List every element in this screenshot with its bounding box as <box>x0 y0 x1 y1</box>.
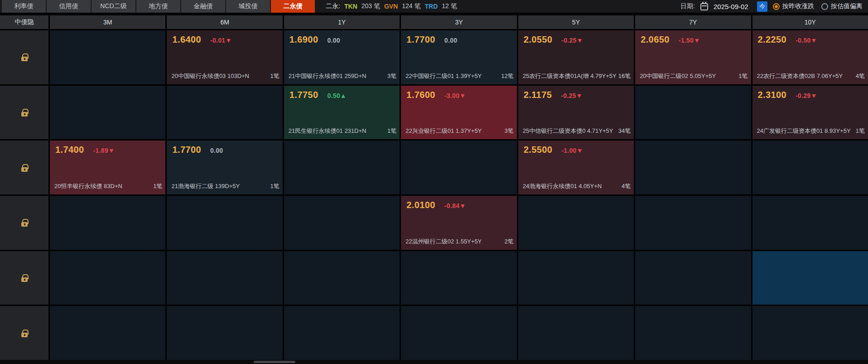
radio-option[interactable]: 按昨收涨跌 <box>773 2 814 10</box>
lock-icon[interactable] <box>21 333 28 337</box>
quote-cell[interactable]: 2.0650-1.50▼20中国银行二级02 5.05Y+5Y1笔 <box>635 30 751 84</box>
price-line: 2.3100-0.29▼ <box>758 90 864 100</box>
quote-cell[interactable] <box>752 251 868 305</box>
calendar-icon[interactable] <box>700 3 708 10</box>
quote-cell[interactable] <box>50 86 165 140</box>
quote-cell[interactable] <box>518 306 634 360</box>
market-tab[interactable]: 金融债 <box>181 0 225 13</box>
lock-icon[interactable] <box>21 222 28 227</box>
summary-items: TKN203 笔GVN124 笔TRD12 笔 <box>344 2 457 10</box>
quote-cell[interactable] <box>635 251 751 305</box>
market-tab[interactable]: NCD二级 <box>92 0 135 13</box>
trade-count: 3笔 <box>387 72 396 80</box>
quote-cell[interactable] <box>752 141 868 194</box>
summary-tag: TRD <box>425 3 438 10</box>
horizontal-scrollbar[interactable] <box>0 360 868 364</box>
column-header: 10Y <box>752 15 868 29</box>
quote-cell[interactable] <box>284 251 400 305</box>
summary-tag: TKN <box>344 3 357 10</box>
lock-icon[interactable] <box>21 112 28 116</box>
quote-cell[interactable] <box>635 196 751 250</box>
radio-option[interactable]: 按估值偏离 <box>821 2 863 10</box>
market-tab[interactable]: 利率债 <box>2 0 46 13</box>
quote-cell[interactable]: 1.69000.0021中国银行永续债01 259D+N3笔 <box>284 30 400 84</box>
date-input[interactable]: 2025-09-02 <box>714 3 752 10</box>
lock-icon[interactable] <box>21 167 28 172</box>
price-line: 2.5500-1.00▼ <box>524 145 630 155</box>
change-value: -0.01▼ <box>210 37 232 44</box>
trade-count: 1笔 <box>738 72 747 80</box>
today-button[interactable]: 今 <box>757 1 767 12</box>
quote-cell[interactable] <box>518 196 634 250</box>
horizontal-scrollbar-thumb[interactable] <box>254 361 295 363</box>
column-header: 1Y <box>284 15 400 29</box>
quote-cell[interactable]: 2.5500-1.00▼24渤海银行永续债01 4.05Y+N4笔 <box>518 141 634 194</box>
price-value: 1.6900 <box>289 34 318 45</box>
quote-cell[interactable]: 1.77500.50▲21民生银行永续债01 231D+N1笔 <box>284 86 400 140</box>
price-value: 2.0650 <box>641 34 670 45</box>
column-header: 3Y <box>401 15 516 29</box>
change-value: -0.29▼ <box>796 92 817 99</box>
bond-name: 25农行二级资本债01A(增 4.79Y+5Y <box>523 72 616 80</box>
bond-name: 20中国银行二级02 5.05Y+5Y <box>640 72 716 80</box>
quote-cell[interactable]: 1.77000.0022中国银行二级01 1.39Y+5Y12笔 <box>401 30 516 84</box>
price-line: 1.77000.00 <box>172 145 279 155</box>
market-tab[interactable]: 二永债 <box>271 0 315 13</box>
quote-cell[interactable] <box>50 196 165 250</box>
change-value: -3.00▼ <box>444 92 466 99</box>
price-value: 1.7700 <box>172 145 201 155</box>
price-value: 2.1175 <box>524 90 552 100</box>
price-value: 1.7400 <box>55 145 84 155</box>
quote-cell[interactable] <box>752 196 868 250</box>
quote-cell[interactable]: 2.0100-0.84▼22温州银行二级02 1.55Y+5Y2笔 <box>401 196 516 250</box>
bond-name: 22温州银行二级02 1.55Y+5Y <box>405 238 482 246</box>
lock-icon[interactable] <box>21 57 28 61</box>
name-line: 25中信银行二级资本债0 4.71Y+5Y34笔 <box>523 127 631 135</box>
quote-cell[interactable] <box>50 306 165 360</box>
quote-cell[interactable]: 2.0550-0.25▼25农行二级资本债01A(增 4.79Y+5Y16笔 <box>518 30 634 84</box>
bond-name: 21民生银行永续债01 231D+N <box>289 127 366 135</box>
quote-cell[interactable] <box>401 141 516 194</box>
quote-cell[interactable]: 1.77000.0021渤海银行二级 139D+5Y1笔 <box>167 141 282 194</box>
name-line: 20中国银行二级02 5.05Y+5Y1笔 <box>640 72 747 80</box>
quote-cell[interactable]: 1.7400-1.89▼20恒丰银行永续债 83D+N1笔 <box>50 141 165 194</box>
top-bar-right: 日期: 2025-09-02 今 按昨收涨跌按估值偏离 <box>680 0 868 13</box>
price-line: 2.0650-1.50▼ <box>641 34 747 45</box>
name-line: 21民生银行永续债01 231D+N1笔 <box>289 127 396 135</box>
quote-cell[interactable] <box>50 30 165 84</box>
column-header: 6M <box>167 15 282 29</box>
quote-cell[interactable] <box>518 251 634 305</box>
quote-cell[interactable] <box>284 306 400 360</box>
quote-cell[interactable] <box>635 86 751 140</box>
quote-cell[interactable] <box>167 251 282 305</box>
quote-cell[interactable] <box>635 141 751 194</box>
quote-cell[interactable] <box>284 196 400 250</box>
price-value: 2.5500 <box>524 145 553 155</box>
quote-cell[interactable]: 2.1175-0.25▼25中信银行二级资本债0 4.71Y+5Y34笔 <box>518 86 634 140</box>
price-value: 1.7700 <box>406 34 435 45</box>
lock-icon[interactable] <box>21 277 28 282</box>
quote-cell[interactable] <box>401 306 516 360</box>
quote-cell[interactable]: 2.2250-0.50▼22农行二级资本债02B 7.06Y+5Y4笔 <box>752 30 868 84</box>
quote-cell[interactable]: 1.7600-3.00▼22兴业银行二级01 1.37Y+5Y3笔 <box>401 86 516 140</box>
quote-cell[interactable] <box>50 251 165 305</box>
market-tab[interactable]: 信用债 <box>47 0 91 13</box>
column-header: 7Y <box>635 15 751 29</box>
market-tab[interactable]: 地方债 <box>136 0 180 13</box>
quote-cell[interactable] <box>635 306 751 360</box>
date-label: 日期: <box>680 2 695 10</box>
quote-cell[interactable] <box>401 251 516 305</box>
quote-cell[interactable] <box>167 196 282 250</box>
market-tab[interactable]: 城投债 <box>226 0 270 13</box>
quote-cell[interactable] <box>284 141 400 194</box>
summary-count: 12 笔 <box>442 2 457 10</box>
trade-count: 1笔 <box>153 182 162 190</box>
price-value: 2.0550 <box>524 34 553 45</box>
name-line: 21中国银行永续债01 259D+N3笔 <box>289 72 396 80</box>
quote-cell[interactable] <box>752 306 868 360</box>
radio-label: 按估值偏离 <box>831 2 863 10</box>
quote-cell[interactable]: 2.3100-0.29▼24广发银行二级资本债01 8.93Y+5Y1笔 <box>752 86 868 140</box>
quote-cell[interactable] <box>167 86 282 140</box>
quote-cell[interactable] <box>167 306 282 360</box>
quote-cell[interactable]: 1.6400-0.01▼20中国银行永续债03 103D+N1笔 <box>167 30 282 84</box>
